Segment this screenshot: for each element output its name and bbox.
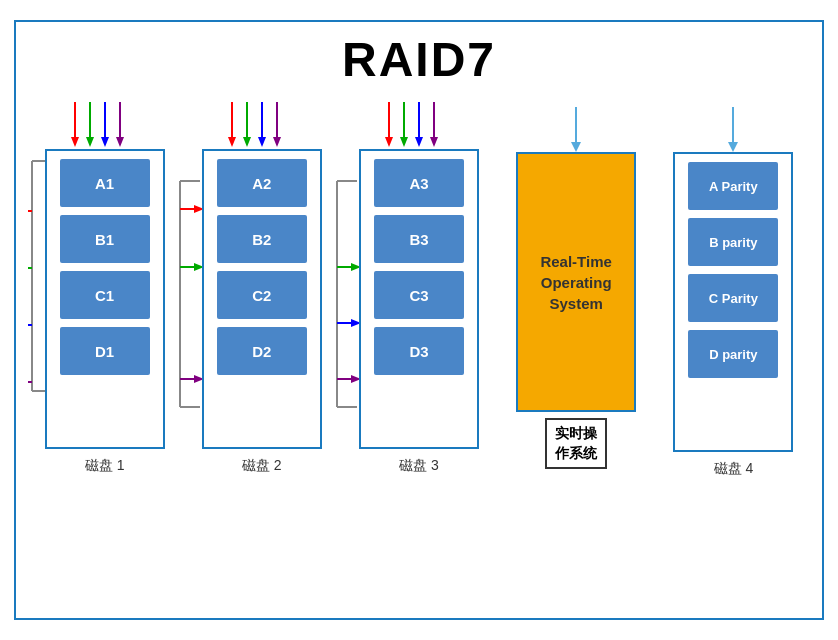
svg-marker-39 <box>430 137 438 147</box>
svg-marker-37 <box>415 137 423 147</box>
block-d1: D1 <box>60 327 150 375</box>
main-diagram: RAID7 <box>14 20 824 620</box>
block-d-parity: D parity <box>688 330 778 378</box>
svg-marker-22 <box>273 137 281 147</box>
disk2-box: A2 B2 C2 D2 <box>202 149 322 449</box>
svg-marker-18 <box>243 137 251 147</box>
rtos-text: Real-Time Operating System <box>524 251 628 314</box>
disk3-label: 磁盘 3 <box>399 457 439 475</box>
block-a1: A1 <box>60 159 150 207</box>
svg-marker-16 <box>228 137 236 147</box>
disk3-top-arrows <box>379 107 459 147</box>
block-c2: C2 <box>217 271 307 319</box>
svg-marker-50 <box>571 142 581 152</box>
block-a3: A3 <box>374 159 464 207</box>
disk2-top-arrows <box>222 107 302 147</box>
block-c-parity: C Parity <box>688 274 778 322</box>
svg-marker-52 <box>728 142 738 152</box>
disk1-top-arrows <box>65 107 145 147</box>
block-d3: D3 <box>374 327 464 375</box>
diagram-title: RAID7 <box>16 22 822 107</box>
disk3-box: A3 B3 C3 D3 <box>359 149 479 449</box>
rtos-label: 实时操 作系统 <box>545 418 607 469</box>
disk1-box: A1 B1 C1 D1 <box>45 149 165 449</box>
svg-marker-20 <box>258 137 266 147</box>
disk-col-2: A2 B2 C2 D2 磁盘 2 <box>202 107 322 475</box>
disk-col-rtos: Real-Time Operating System 实时操 作系统 <box>516 107 636 469</box>
svg-marker-1 <box>71 137 79 147</box>
disk4-box: A Parity B parity C Parity D parity <box>673 152 793 452</box>
disk2-label: 磁盘 2 <box>242 457 282 475</box>
svg-marker-33 <box>385 137 393 147</box>
block-d2: D2 <box>217 327 307 375</box>
svg-marker-3 <box>86 137 94 147</box>
block-b2: B2 <box>217 215 307 263</box>
block-b1: B1 <box>60 215 150 263</box>
block-b-parity: B parity <box>688 218 778 266</box>
rtos-box: Real-Time Operating System <box>516 152 636 412</box>
disk-col-1: A1 B1 C1 D1 磁盘 1 <box>45 107 165 475</box>
block-a2: A2 <box>217 159 307 207</box>
disk4-label: 磁盘 4 <box>714 460 754 478</box>
disk-col-3: A3 B3 C3 D3 磁盘 3 <box>359 107 479 475</box>
disk1-label: 磁盘 1 <box>85 457 125 475</box>
block-a-parity: A Parity <box>688 162 778 210</box>
block-b3: B3 <box>374 215 464 263</box>
block-c3: C3 <box>374 271 464 319</box>
disks-row: A1 B1 C1 D1 磁盘 1 <box>16 107 822 478</box>
svg-marker-5 <box>101 137 109 147</box>
block-c1: C1 <box>60 271 150 319</box>
disk-col-4: A Parity B parity C Parity D parity 磁盘 4 <box>673 107 793 478</box>
svg-marker-7 <box>116 137 124 147</box>
svg-marker-35 <box>400 137 408 147</box>
